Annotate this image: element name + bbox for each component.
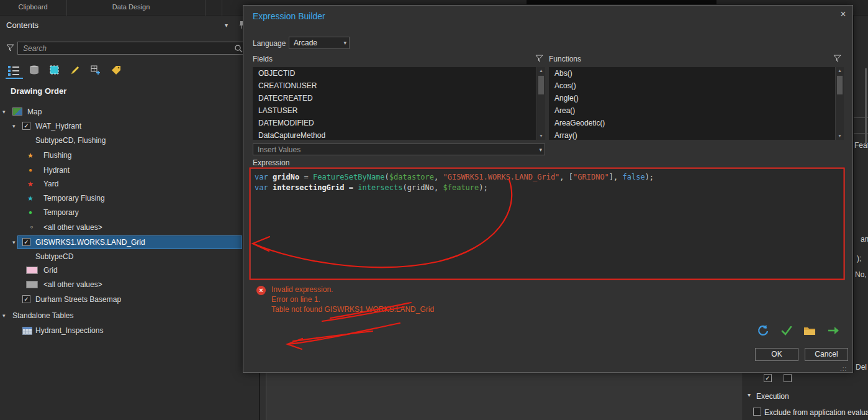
checkbox-unchecked[interactable] [753,408,761,416]
list-by-selection-icon[interactable] [47,63,63,78]
tree-item-label: GISWRKS1.WORKS.LAND_Grid [35,235,145,249]
ribbon-group-data-design[interactable]: Data Design [96,3,166,11]
legend-label: Yard [43,177,58,191]
expression-code-editor[interactable]: var gridNo = FeatureSetByName($datastore… [250,168,845,280]
tree-item-land-grid-selected[interactable]: ▾ ✓ GISWRKS1.WORKS.LAND_Grid [0,235,259,249]
list-item[interactable]: LASTUSER [253,104,545,117]
checkbox-checked[interactable]: ✓ [22,295,30,303]
list-item[interactable]: Acos() [549,80,844,92]
expression-builder-dialog: Expression Builder × Language Arcade ▾ F… [243,5,853,373]
scroll-up-icon[interactable]: ▴ [836,67,844,75]
tree-item-standalone-tables[interactable]: ▾ Standalone Tables [0,309,259,322]
legend-label: <all other values> [43,221,102,234]
legend-item-yard[interactable]: ★ Yard [0,177,259,191]
ok-button[interactable]: OK [755,348,798,361]
tree-item-label: SubtypeCD, Flushing [35,134,106,147]
field-properties-panel: ✓ ▾ Execution Exclude from application e… [743,373,868,420]
language-dropdown[interactable]: Arcade ▾ [289,37,350,49]
scroll-down-icon[interactable]: ▾ [537,132,545,140]
list-by-labeling-icon[interactable] [108,63,124,78]
expression-label: Expression [253,158,289,167]
checkbox-unchecked[interactable] [784,374,792,382]
scroll-up-icon[interactable]: ▴ [537,67,545,75]
legend-item-all-other-values-grid[interactable]: <all other values> [0,278,259,291]
error-message-3: Table not found GISWRKS1.WORKS.LAND_Grid [271,305,434,314]
undo-icon[interactable] [756,324,770,337]
outer-scrollbar-thumb[interactable] [865,68,867,143]
cancel-button[interactable]: Cancel [805,348,848,361]
open-folder-icon[interactable] [803,324,816,337]
exclude-label: Exclude from application evaluat [764,408,868,417]
legend-item-temporary-flusing[interactable]: ★ Temporary Flusing [0,191,259,205]
legend-item-flushing[interactable]: ★ Flushing [0,148,259,162]
resize-grip[interactable]: .:: [840,365,847,372]
expand-icon[interactable]: ▾ [2,105,6,119]
expand-icon[interactable]: ▾ [2,309,6,322]
legend-item-all-other-values[interactable]: ○ <all other values> [0,221,259,234]
list-by-data-source-icon[interactable] [26,63,42,78]
tree-item-label: Durham Streets Basemap [35,293,121,306]
functions-list[interactable]: Abs()Acos()Angle()Area()AreaGeodetic()Ar… [549,67,844,140]
insert-values-label: Insert Values [258,144,301,155]
scroll-down-icon[interactable]: ▾ [836,132,844,140]
tree-item-durham-basemap[interactable]: ✓ Durham Streets Basemap [0,293,259,306]
list-item[interactable]: DATEMODIFIED [253,117,545,129]
tree-item-hydrant-inspections[interactable]: Hydrant_Inspections [0,324,259,337]
legend-item-grid[interactable]: Grid [0,263,259,277]
list-item[interactable]: DataCaptureMethod [253,129,545,140]
fields-scrollbar[interactable]: ▴ ▾ [536,67,545,140]
all-other-values-symbol-icon: ○ [27,221,36,234]
fields-list[interactable]: OBJECTIDCREATIONUSERDATECREATEDLASTUSERD… [253,67,545,140]
list-item[interactable]: Array() [549,129,844,140]
list-item[interactable]: DATECREATED [253,92,545,104]
export-arrow-icon[interactable] [826,324,840,337]
legend-label: Hydrant [43,163,70,177]
list-item[interactable]: Abs() [549,67,844,80]
tree-item-label: Map [27,105,42,119]
scrollbar-thumb[interactable] [538,76,544,94]
legend-label: Temporary Flusing [43,191,105,205]
list-item[interactable]: CREATIONUSER [253,80,545,92]
error-message-2: Error on line 1. [271,295,320,304]
tree-item-map[interactable]: ▾ Map [0,105,259,119]
list-by-editing-icon[interactable] [67,63,83,78]
list-item[interactable]: Angle() [549,92,844,104]
functions-filter-icon[interactable] [833,55,841,64]
tree-item-subtypecd-flushing[interactable]: SubtypeCD, Flushing [0,134,259,147]
ribbon-separator [222,0,222,16]
filter-icon[interactable] [6,44,14,53]
tree-item-wat-hydrant[interactable]: ▾ ✓ WAT_Hydrant [0,119,259,133]
checkbox-checked[interactable]: ✓ [764,374,772,382]
close-icon[interactable]: × [838,9,849,20]
functions-scrollbar[interactable]: ▴ ▾ [835,67,844,140]
fields-filter-icon[interactable] [535,55,543,64]
contents-pane: Contents ▾ Drawing Order ▾ Map ▾ ✓ WAT_H… [0,16,259,420]
search-icon[interactable] [234,44,243,55]
checkbox-checked[interactable]: ✓ [22,122,30,130]
list-item[interactable]: AreaGeodetic() [549,117,844,129]
legend-item-temporary[interactable]: ● Temporary [0,206,259,219]
language-label: Language [253,39,286,48]
insert-values-dropdown[interactable]: Insert Values ▾ [253,144,545,155]
section-collapse-icon[interactable]: ▾ [748,388,751,402]
scrollbar-thumb[interactable] [837,76,843,94]
list-by-drawing-order-icon[interactable] [6,63,22,78]
legend-label: Temporary [43,206,79,219]
table-icon [22,327,32,337]
list-item[interactable]: Area() [549,104,844,117]
pane-menu-chevron-icon[interactable]: ▾ [225,19,228,32]
expand-icon[interactable]: ▾ [12,235,16,249]
check-icon: ✓ [23,239,30,246]
ribbon-group-clipboard[interactable]: Clipboard [11,3,55,11]
list-by-snapping-icon[interactable] [88,63,104,78]
checkbox-checked[interactable]: ✓ [22,238,30,246]
functions-label: Functions [549,55,581,63]
verify-check-icon[interactable] [780,324,793,337]
tree-item-subtypecd[interactable]: SubtypeCD [0,250,259,263]
expand-icon[interactable]: ▾ [12,119,16,133]
search-input[interactable] [17,42,246,55]
list-item[interactable]: OBJECTID [253,67,545,80]
clipped-text: Del [856,363,867,372]
error-message-1: Invalid expression. [271,285,333,294]
legend-item-hydrant[interactable]: ● Hydrant [0,163,259,177]
